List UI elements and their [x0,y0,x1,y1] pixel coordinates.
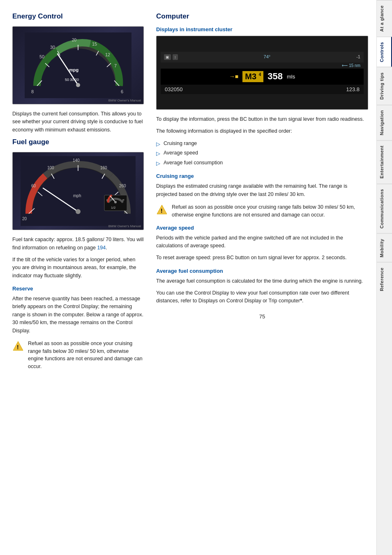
computer-intro1: To display the information, press the BC… [156,115,368,123]
fuel-gauge-desc2: If the tilt of the vehicle varies for a … [12,256,144,280]
average-fuel-title: Average fuel consumption [156,268,368,274]
energy-control-description: Displays the current fuel consumption. T… [12,110,144,134]
average-fuel-text2: You can use the Control Display to view … [156,289,368,305]
energy-control-section: Energy Control [12,12,144,134]
display-icon1: ▣ [164,54,171,60]
svg-text:12: 12 [105,52,110,57]
reserve-title: Reserve [12,286,144,292]
svg-text:!: ! [17,344,19,350]
list-item-fuel-text: Average fuel consumption [164,159,223,167]
page-container: Energy Control [0,0,392,555]
svg-text:mph: mph [73,193,81,198]
svg-text:mpg: mpg [69,67,78,72]
display-top-row: ▣ ↕ 74° -1 [161,52,364,62]
range-value: 358 [267,71,283,82]
svg-text:30: 30 [50,45,55,50]
list-item-speed: ▷ Average speed [156,149,368,158]
computer-display-image: ▣ ↕ 74° -1 ⟵ 15 nm →■ [156,36,368,110]
sidebar-tab-reference[interactable]: Reference [377,262,392,296]
display-icons: ▣ ↕ [164,54,178,60]
sidebar-tab-mobility[interactable]: Mobility [377,233,392,263]
average-speed-title: Average speed [156,225,368,231]
sidebar-tab-driving-tips[interactable]: Driving tips [377,67,392,105]
display-info-text: ⟵ 15 nm [342,63,360,68]
computer-list: ▷ Cruising range ▷ Average speed ▷ Avera… [156,140,368,168]
display-main-row: →■ M3 4 358 mls [161,69,364,85]
warning-icon-cruising: ! [156,204,168,216]
list-arrow-1: ▷ [156,140,160,148]
list-item-cruising-text: Cruising range [164,140,197,147]
fuel-gauge-desc1: Fuel tank capacity: approx. 18.5 gallons… [12,236,144,252]
computer-intro2: The following information is displayed i… [156,127,368,135]
svg-text:30: 30 [70,78,74,82]
sidebar-tab-navigation[interactable]: Navigation [377,105,392,140]
svg-text:20: 20 [72,38,77,42]
list-item-speed-text: Average speed [164,149,198,157]
sidebar-tab-controls[interactable]: Controls [377,37,392,67]
right-column: Computer Displays in instrument cluster … [156,12,368,543]
trip-computer: 123.8 [346,86,360,92]
reserve-text: After the reserve quantity has been reac… [12,295,144,335]
m3-badge: M3 4 [242,71,263,82]
svg-text:20: 20 [75,78,79,82]
reserve-warning-text: Refuel as soon as possible once your cru… [28,340,144,371]
warning-triangle-svg: ! [12,341,24,352]
page-194-link[interactable]: 194 [97,245,106,251]
svg-point-18 [76,83,80,87]
svg-text:50: 50 [65,78,69,82]
svg-text:15: 15 [92,41,97,46]
main-content: Energy Control [0,0,376,555]
display-temp: 74° [264,54,271,60]
trip-computer-link: * [300,298,302,304]
sidebar-tab-entertainment[interactable]: Entertainment [377,140,392,183]
svg-text:8: 8 [31,89,34,94]
m3-badge-sup: 4 [259,72,261,77]
cruising-range-title: Cruising range [156,173,368,179]
average-speed-text: Periods with the vehicle parked and the … [156,234,368,250]
computer-section: Computer Displays in instrument cluster … [156,12,368,305]
odometer: 032050 [165,86,182,92]
display-bottom-row: 032050 123.8 [161,85,364,94]
fuel-gauge-image: 20 60 100 140 160 260 mph [12,152,144,230]
reserve-warning: ! Refuel as soon as possible once your c… [12,340,144,371]
display-icon2: ↕ [173,54,178,60]
left-column: Energy Control [12,12,144,543]
display-indicator: -1 [356,54,360,60]
svg-text:260: 260 [119,184,126,188]
energy-control-title: Energy Control [12,12,144,21]
svg-text:50: 50 [39,54,44,59]
nav-arrow: →■ [229,73,238,80]
displays-subtitle: Displays in instrument cluster [156,26,368,32]
list-arrow-2: ▷ [156,150,160,158]
list-item-cruising: ▷ Cruising range [156,140,368,148]
fuel-gauge-section: Fuel gauge [12,138,144,371]
page-number: 75 [156,313,368,320]
svg-text:100: 100 [47,166,54,170]
average-speed-reset: To reset average speed: press BC button … [156,254,368,262]
computer-title: Computer [156,12,368,21]
svg-text:160: 160 [100,166,107,170]
svg-text:20: 20 [22,216,27,221]
fuel-gauge-title: Fuel gauge [12,138,144,146]
list-item-fuel: ▷ Average fuel consumption [156,159,368,168]
cruising-warning-text: Refuel as soon as possible once your cru… [172,203,368,219]
range-unit: mls [287,74,295,80]
svg-text:!: ! [161,207,163,214]
fuel-gauge-svg: 20 60 100 140 160 260 mph [21,156,136,226]
energy-control-image: 8 50 30 20 15 12 7 6 mpg [12,26,144,104]
energy-gauge-svg: 8 50 30 20 15 12 7 6 mpg [25,30,131,100]
cruising-warning: ! Refuel as soon as possible once your c… [156,203,368,219]
svg-text:6: 6 [121,89,123,94]
list-arrow-3: ▷ [156,159,160,168]
svg-point-38 [76,209,81,214]
svg-text:60: 60 [31,184,36,188]
svg-text:140: 140 [73,158,80,163]
average-fuel-text1: The average fuel consumption is calculat… [156,277,368,285]
sidebar-tab-at-a-glance[interactable]: At a glance [377,0,392,37]
warning-triangle-svg-2: ! [156,204,168,216]
svg-point-43 [114,201,117,203]
display-info-line: ⟵ 15 nm [161,62,364,69]
sidebar-tab-communications[interactable]: Communications [377,184,392,233]
warning-icon-fuel: ! [12,341,24,352]
svg-text:7: 7 [114,63,117,68]
